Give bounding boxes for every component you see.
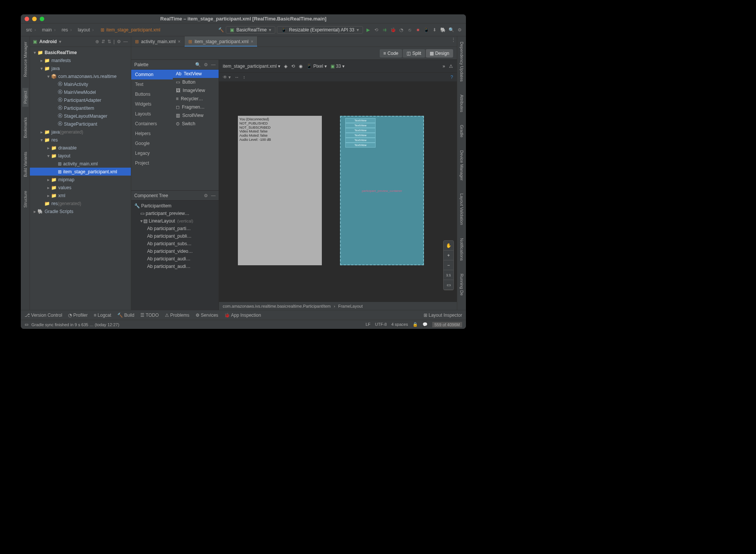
tree-node[interactable]: ▾📁res — [30, 136, 131, 144]
blueprint-preview[interactable]: TextViewTextViewTextViewTextViewTextView… — [340, 116, 424, 265]
bottom-tab[interactable]: ⚠ Problems — [165, 313, 189, 318]
debug-icon[interactable]: 🐞 — [390, 26, 396, 33]
tree-node[interactable]: ▸📁xml — [30, 191, 131, 199]
palette-category[interactable]: Legacy — [131, 148, 173, 158]
bottom-tab[interactable]: 🐞 App Inspection — [224, 313, 261, 318]
indent[interactable]: 4 spaces — [391, 322, 408, 327]
tree-node[interactable]: ▾📁layout — [30, 152, 131, 160]
breadcrumb[interactable]: res — [59, 26, 74, 33]
gear-icon[interactable]: ⚙ — [117, 39, 121, 44]
pan-icon[interactable]: ✋ — [444, 241, 453, 251]
left-tab[interactable]: Bookmarks — [22, 114, 28, 141]
component-node[interactable]: ▭ participant_preview… — [131, 210, 219, 217]
tree-node[interactable]: ▸📁values — [30, 184, 131, 191]
palette-category[interactable]: Text — [131, 79, 173, 89]
help-icon[interactable]: ? — [450, 75, 453, 80]
device-dropdown[interactable]: 📱 Pixel ▾ — [306, 64, 327, 69]
visibility-icon[interactable]: 👁 ▾ — [223, 75, 231, 80]
notif-icon[interactable]: 💬 — [422, 322, 428, 327]
breadcrumb[interactable]: main — [40, 26, 58, 33]
zoom-out[interactable]: − — [444, 260, 453, 270]
avd-icon[interactable]: 📱 — [423, 26, 430, 33]
view-design[interactable]: ▦Design — [426, 49, 453, 58]
sync-icon[interactable]: 🐘 — [439, 26, 446, 33]
tree-node[interactable]: ▸🐘Gradle Scripts — [30, 207, 131, 215]
coverage-icon[interactable]: ⇉ — [381, 26, 388, 33]
apply-changes-icon[interactable]: ⟲ — [373, 26, 380, 33]
file-selector[interactable]: item_stage_participant.xml ▾ — [223, 64, 280, 69]
tree-node[interactable]: ▸📁manifests — [30, 56, 131, 64]
zoom-fit[interactable]: ▭ — [444, 280, 453, 290]
profiler-icon[interactable]: ◔ — [398, 26, 405, 33]
memory-indicator[interactable]: 559 of 4096M — [432, 322, 462, 327]
bottom-tab[interactable]: ⎇ Version Control — [25, 313, 62, 318]
hide-icon[interactable]: — — [123, 39, 128, 44]
tree-node[interactable]: ⓀMainViewModel — [30, 88, 131, 96]
palette-category[interactable]: Helpers — [131, 129, 173, 138]
tree-node[interactable]: ▾📁java — [30, 64, 131, 72]
zoom-reset[interactable]: 1:1 — [444, 270, 453, 280]
design-preview[interactable]: You (Disconnected)NOT_PUBLISHEDNOT_SUBSC… — [238, 116, 322, 265]
bottom-tab[interactable]: ⚙ Services — [196, 313, 218, 318]
bottom-tab[interactable]: ◔ Profiler — [68, 313, 87, 318]
tree-node[interactable]: ⊞item_stage_participant.xml — [30, 168, 131, 176]
tab[interactable]: ⊞item_stage_participant.xml× — [185, 36, 258, 47]
palette-category[interactable]: Layouts — [131, 109, 173, 119]
view-code[interactable]: ≡Code — [380, 49, 402, 58]
palette-item[interactable]: ◻ Fragmen… — [173, 103, 219, 111]
more-icon[interactable]: ⋮ — [450, 36, 457, 43]
hide-icon[interactable]: — — [211, 193, 216, 198]
palette-category[interactable]: Project — [131, 158, 173, 168]
tab[interactable]: ⊞activity_main.xml× — [131, 36, 185, 47]
component-node[interactable]: Ab participant_parti… — [131, 225, 219, 232]
gear-icon[interactable]: ⚙ — [204, 62, 208, 67]
palette-item[interactable]: ▭ Button — [173, 78, 219, 86]
breadcrumb-tail[interactable]: FrameLayout — [338, 304, 363, 308]
tree-node[interactable]: ▸📁drawable — [30, 144, 131, 152]
palette-item[interactable]: ⊙ Switch — [173, 120, 219, 128]
maximize-icon[interactable] — [40, 17, 44, 21]
breadcrumb[interactable]: layout — [76, 26, 96, 33]
close-icon[interactable]: × — [178, 39, 180, 44]
chevron-down-icon[interactable] — [59, 39, 61, 44]
breadcrumb-path[interactable]: com.amazonaws.ivs.realtime.basicrealtime… — [223, 304, 331, 308]
encoding[interactable]: UTF-8 — [375, 322, 387, 327]
right-tab[interactable]: Running De — [459, 271, 465, 299]
search-icon[interactable]: 🔍 — [195, 62, 201, 67]
view-split[interactable]: ◫Split — [403, 49, 425, 58]
hammer-icon[interactable]: 🔨 — [217, 26, 224, 33]
project-tree[interactable]: ▾📁BasicRealTime▸📁manifests▾📁java▾📦com.am… — [30, 47, 131, 310]
run-icon[interactable]: ▶ — [365, 26, 371, 33]
right-tab[interactable]: Device Manager — [459, 147, 465, 184]
module-selector[interactable]: ▣BasicRealTime — [226, 26, 275, 34]
palette-item[interactable]: ≡ Recycler… — [173, 95, 219, 103]
breadcrumb-file[interactable]: ⊞ item_stage_participant.xml — [98, 26, 163, 33]
left-tab[interactable]: Structure — [22, 188, 28, 211]
component-node[interactable]: ▾▤ LinearLayout(vertical) — [131, 217, 219, 225]
target-icon[interactable]: ⊕ — [95, 39, 99, 44]
stop-icon[interactable]: ■ — [414, 26, 421, 33]
expand-icon[interactable]: ⇵ — [101, 39, 105, 44]
pan-v-icon[interactable]: ↕ — [243, 75, 245, 80]
tree-node[interactable]: ⓀParticipantAdapter — [30, 96, 131, 104]
palette-item[interactable]: 🖼 ImageView — [173, 86, 219, 95]
left-tab[interactable]: Resource Manager — [22, 39, 28, 80]
tree-node[interactable]: 📁res (generated) — [30, 199, 131, 207]
palette-category[interactable]: Buttons — [131, 89, 173, 99]
hide-icon[interactable]: — — [211, 62, 216, 67]
palette-item[interactable]: Ab TextView — [173, 70, 219, 78]
lock-icon[interactable]: 🔒 — [413, 322, 418, 327]
tree-node[interactable]: ▸📁mipmap — [30, 176, 131, 184]
left-tab-project[interactable]: Project — [22, 88, 28, 107]
collapse-icon[interactable]: ⇅ — [107, 39, 111, 44]
line-ending[interactable]: LF — [366, 322, 371, 327]
tree-node[interactable]: ⊞activity_main.xml — [30, 160, 131, 168]
tree-node[interactable]: ⓀMainActivity — [30, 80, 131, 88]
gear-icon[interactable]: ⚙ — [456, 26, 463, 33]
palette-category[interactable]: Google — [131, 138, 173, 148]
right-tab[interactable]: Dependency Updates — [459, 39, 465, 85]
device-selector[interactable]: 📱Resizable (Experimental) API 33 — [277, 26, 363, 34]
attach-icon[interactable]: ⎋ — [406, 26, 413, 33]
right-tab[interactable]: Gradle — [459, 122, 465, 140]
close-icon[interactable] — [25, 17, 29, 21]
